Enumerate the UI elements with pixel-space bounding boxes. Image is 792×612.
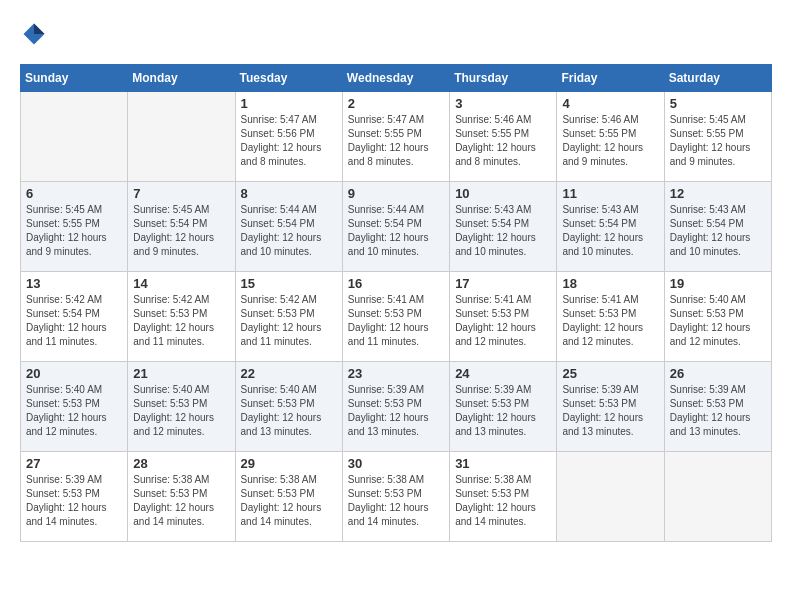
calendar-cell: 10Sunrise: 5:43 AMSunset: 5:54 PMDayligh…: [450, 182, 557, 272]
calendar-cell: 7Sunrise: 5:45 AMSunset: 5:54 PMDaylight…: [128, 182, 235, 272]
day-detail: Sunrise: 5:39 AMSunset: 5:53 PMDaylight:…: [562, 383, 658, 439]
day-number: 13: [26, 276, 122, 291]
calendar-cell: 24Sunrise: 5:39 AMSunset: 5:53 PMDayligh…: [450, 362, 557, 452]
day-number: 29: [241, 456, 337, 471]
day-number: 1: [241, 96, 337, 111]
day-detail: Sunrise: 5:44 AMSunset: 5:54 PMDaylight:…: [241, 203, 337, 259]
day-number: 12: [670, 186, 766, 201]
calendar-cell: 26Sunrise: 5:39 AMSunset: 5:53 PMDayligh…: [664, 362, 771, 452]
day-number: 4: [562, 96, 658, 111]
day-number: 16: [348, 276, 444, 291]
calendar-table: SundayMondayTuesdayWednesdayThursdayFrid…: [20, 64, 772, 542]
calendar-cell: 17Sunrise: 5:41 AMSunset: 5:53 PMDayligh…: [450, 272, 557, 362]
svg-marker-1: [34, 24, 45, 35]
day-number: 24: [455, 366, 551, 381]
calendar-cell: 25Sunrise: 5:39 AMSunset: 5:53 PMDayligh…: [557, 362, 664, 452]
calendar-cell: 21Sunrise: 5:40 AMSunset: 5:53 PMDayligh…: [128, 362, 235, 452]
day-detail: Sunrise: 5:39 AMSunset: 5:53 PMDaylight:…: [348, 383, 444, 439]
calendar-cell: [128, 92, 235, 182]
week-row-5: 27Sunrise: 5:39 AMSunset: 5:53 PMDayligh…: [21, 452, 772, 542]
day-detail: Sunrise: 5:39 AMSunset: 5:53 PMDaylight:…: [455, 383, 551, 439]
calendar-cell: 19Sunrise: 5:40 AMSunset: 5:53 PMDayligh…: [664, 272, 771, 362]
calendar-cell: 9Sunrise: 5:44 AMSunset: 5:54 PMDaylight…: [342, 182, 449, 272]
day-detail: Sunrise: 5:40 AMSunset: 5:53 PMDaylight:…: [133, 383, 229, 439]
day-number: 9: [348, 186, 444, 201]
calendar-cell: 16Sunrise: 5:41 AMSunset: 5:53 PMDayligh…: [342, 272, 449, 362]
calendar-cell: 11Sunrise: 5:43 AMSunset: 5:54 PMDayligh…: [557, 182, 664, 272]
day-number: 14: [133, 276, 229, 291]
day-detail: Sunrise: 5:38 AMSunset: 5:53 PMDaylight:…: [241, 473, 337, 529]
day-detail: Sunrise: 5:38 AMSunset: 5:53 PMDaylight:…: [133, 473, 229, 529]
weekday-header-row: SundayMondayTuesdayWednesdayThursdayFrid…: [21, 65, 772, 92]
calendar-cell: 5Sunrise: 5:45 AMSunset: 5:55 PMDaylight…: [664, 92, 771, 182]
calendar-cell: 12Sunrise: 5:43 AMSunset: 5:54 PMDayligh…: [664, 182, 771, 272]
day-detail: Sunrise: 5:43 AMSunset: 5:54 PMDaylight:…: [562, 203, 658, 259]
day-number: 3: [455, 96, 551, 111]
calendar-cell: [21, 92, 128, 182]
day-number: 19: [670, 276, 766, 291]
day-detail: Sunrise: 5:42 AMSunset: 5:53 PMDaylight:…: [133, 293, 229, 349]
weekday-header-sunday: Sunday: [21, 65, 128, 92]
calendar-cell: 15Sunrise: 5:42 AMSunset: 5:53 PMDayligh…: [235, 272, 342, 362]
weekday-header-monday: Monday: [128, 65, 235, 92]
weekday-header-wednesday: Wednesday: [342, 65, 449, 92]
calendar-cell: 14Sunrise: 5:42 AMSunset: 5:53 PMDayligh…: [128, 272, 235, 362]
week-row-4: 20Sunrise: 5:40 AMSunset: 5:53 PMDayligh…: [21, 362, 772, 452]
week-row-2: 6Sunrise: 5:45 AMSunset: 5:55 PMDaylight…: [21, 182, 772, 272]
weekday-header-thursday: Thursday: [450, 65, 557, 92]
weekday-header-saturday: Saturday: [664, 65, 771, 92]
week-row-3: 13Sunrise: 5:42 AMSunset: 5:54 PMDayligh…: [21, 272, 772, 362]
calendar-cell: 20Sunrise: 5:40 AMSunset: 5:53 PMDayligh…: [21, 362, 128, 452]
day-number: 2: [348, 96, 444, 111]
day-detail: Sunrise: 5:41 AMSunset: 5:53 PMDaylight:…: [562, 293, 658, 349]
calendar-cell: 3Sunrise: 5:46 AMSunset: 5:55 PMDaylight…: [450, 92, 557, 182]
weekday-header-tuesday: Tuesday: [235, 65, 342, 92]
day-detail: Sunrise: 5:43 AMSunset: 5:54 PMDaylight:…: [670, 203, 766, 259]
day-detail: Sunrise: 5:46 AMSunset: 5:55 PMDaylight:…: [455, 113, 551, 169]
day-number: 28: [133, 456, 229, 471]
day-number: 25: [562, 366, 658, 381]
logo-icon: [20, 20, 48, 48]
day-number: 8: [241, 186, 337, 201]
day-detail: Sunrise: 5:42 AMSunset: 5:53 PMDaylight:…: [241, 293, 337, 349]
page-header: [20, 20, 772, 48]
day-detail: Sunrise: 5:38 AMSunset: 5:53 PMDaylight:…: [348, 473, 444, 529]
day-number: 15: [241, 276, 337, 291]
day-number: 10: [455, 186, 551, 201]
day-number: 5: [670, 96, 766, 111]
day-number: 20: [26, 366, 122, 381]
calendar-cell: 27Sunrise: 5:39 AMSunset: 5:53 PMDayligh…: [21, 452, 128, 542]
day-number: 18: [562, 276, 658, 291]
calendar-cell: 8Sunrise: 5:44 AMSunset: 5:54 PMDaylight…: [235, 182, 342, 272]
day-detail: Sunrise: 5:42 AMSunset: 5:54 PMDaylight:…: [26, 293, 122, 349]
calendar-cell: 23Sunrise: 5:39 AMSunset: 5:53 PMDayligh…: [342, 362, 449, 452]
day-number: 17: [455, 276, 551, 291]
calendar-cell: 6Sunrise: 5:45 AMSunset: 5:55 PMDaylight…: [21, 182, 128, 272]
day-number: 27: [26, 456, 122, 471]
day-detail: Sunrise: 5:38 AMSunset: 5:53 PMDaylight:…: [455, 473, 551, 529]
day-detail: Sunrise: 5:41 AMSunset: 5:53 PMDaylight:…: [348, 293, 444, 349]
week-row-1: 1Sunrise: 5:47 AMSunset: 5:56 PMDaylight…: [21, 92, 772, 182]
day-number: 21: [133, 366, 229, 381]
day-detail: Sunrise: 5:43 AMSunset: 5:54 PMDaylight:…: [455, 203, 551, 259]
calendar-cell: 13Sunrise: 5:42 AMSunset: 5:54 PMDayligh…: [21, 272, 128, 362]
calendar-cell: 18Sunrise: 5:41 AMSunset: 5:53 PMDayligh…: [557, 272, 664, 362]
day-detail: Sunrise: 5:41 AMSunset: 5:53 PMDaylight:…: [455, 293, 551, 349]
calendar-cell: 28Sunrise: 5:38 AMSunset: 5:53 PMDayligh…: [128, 452, 235, 542]
day-number: 7: [133, 186, 229, 201]
day-number: 31: [455, 456, 551, 471]
day-detail: Sunrise: 5:40 AMSunset: 5:53 PMDaylight:…: [670, 293, 766, 349]
day-detail: Sunrise: 5:39 AMSunset: 5:53 PMDaylight:…: [26, 473, 122, 529]
day-detail: Sunrise: 5:44 AMSunset: 5:54 PMDaylight:…: [348, 203, 444, 259]
day-detail: Sunrise: 5:45 AMSunset: 5:55 PMDaylight:…: [670, 113, 766, 169]
day-detail: Sunrise: 5:46 AMSunset: 5:55 PMDaylight:…: [562, 113, 658, 169]
day-detail: Sunrise: 5:47 AMSunset: 5:55 PMDaylight:…: [348, 113, 444, 169]
calendar-cell: 22Sunrise: 5:40 AMSunset: 5:53 PMDayligh…: [235, 362, 342, 452]
day-detail: Sunrise: 5:47 AMSunset: 5:56 PMDaylight:…: [241, 113, 337, 169]
day-detail: Sunrise: 5:40 AMSunset: 5:53 PMDaylight:…: [241, 383, 337, 439]
calendar-cell: 2Sunrise: 5:47 AMSunset: 5:55 PMDaylight…: [342, 92, 449, 182]
day-detail: Sunrise: 5:39 AMSunset: 5:53 PMDaylight:…: [670, 383, 766, 439]
day-number: 22: [241, 366, 337, 381]
calendar-cell: [557, 452, 664, 542]
calendar-cell: 29Sunrise: 5:38 AMSunset: 5:53 PMDayligh…: [235, 452, 342, 542]
